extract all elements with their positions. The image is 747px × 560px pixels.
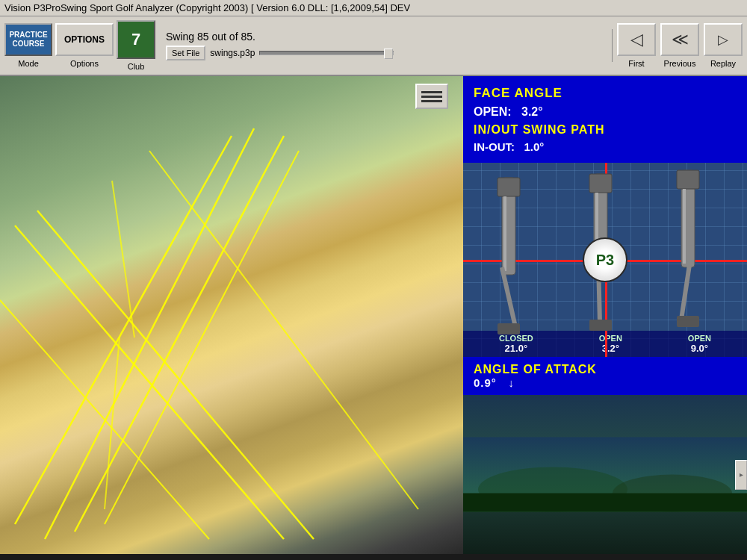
options-button-group: OPTIONS Options [55,23,114,68]
angle-attack-panel: ANGLE OF ATTACK 0.9° ↓ [463,357,747,395]
options-button[interactable]: OPTIONS [55,23,114,56]
first-button[interactable]: ◁ [617,23,656,56]
svg-rect-21 [677,170,699,189]
previous-button[interactable]: ≪ [660,23,699,56]
nav-buttons: ◁ First ≪ Previous ▷ Replay [612,23,743,68]
separator [612,29,613,62]
video-settings-icon[interactable] [415,84,448,109]
slider-area: Set File swings.p3p [166,46,394,60]
svg-rect-11 [498,178,520,196]
filename-label: swings.p3p [210,48,255,58]
first-label: First [628,59,644,68]
club-diagram-panel: P3 [463,163,747,357]
replay-button[interactable]: ▷ [704,23,743,56]
video-area [0,76,463,554]
bottom-image-strip: ▸ [463,395,747,554]
svg-line-23 [681,260,690,320]
first-button-group: ◁ First [617,23,656,68]
face-angle-value: OPEN: 3.2° [474,103,737,121]
previous-label: Previous [664,59,696,68]
options-button-label: OPTIONS [64,34,105,45]
in-out-value: 1.0° [524,140,545,153]
svg-rect-19 [589,320,612,331]
swing-slider[interactable] [259,51,394,55]
svg-rect-28 [463,494,747,512]
menu-line-3 [421,100,442,102]
angle-attack-value: 0.9° ↓ [474,376,737,389]
practice-course-label: PRACTICECOURSE [9,31,47,49]
in-out-label: IN-OUT: [474,140,515,153]
main-content: FACE ANGLE OPEN: 3.2° IN/OUT SWING PATH … [0,76,747,554]
club-button[interactable]: 7 [117,20,155,59]
svg-rect-14 [498,323,520,335]
club-number: 7 [131,30,140,49]
swing-counter: Swing 85 out of 85. [166,31,394,43]
set-file-button[interactable]: Set File [166,46,205,60]
practice-course-button[interactable]: PRACTICECOURSE [4,23,52,56]
right-panel: FACE ANGLE OPEN: 3.2° IN/OUT SWING PATH … [463,76,747,554]
swing-path-title: IN/OUT SWING PATH [474,121,737,139]
options-label: Options [70,59,99,68]
face-angle-title: FACE ANGLE [474,84,737,103]
menu-line-2 [421,96,442,98]
title-bar: Vision P3ProSwing Sport Golf Analyzer (C… [0,0,747,16]
golfer-silhouette [45,225,194,509]
title-text: Vision P3ProSwing Sport Golf Analyzer (C… [4,2,410,13]
angle-attack-direction: ↓ [508,376,515,389]
svg-rect-24 [677,316,699,327]
scroll-indicator[interactable]: ▸ [735,460,747,490]
face-angle-panel: FACE ANGLE OPEN: 3.2° IN/OUT SWING PATH … [463,76,747,163]
swing-path-value: IN-OUT: 1.0° [474,139,737,156]
mode-label: Mode [18,59,39,68]
replay-label: Replay [710,59,736,68]
svg-rect-12 [503,196,506,271]
club-button-group: 7 Club [117,20,155,71]
slider-thumb [384,49,393,59]
replay-button-group: ▷ Replay [704,23,743,68]
open-value: 3.2° [521,105,543,118]
menu-line-1 [421,91,442,93]
toolbar: PRACTICECOURSE Mode OPTIONS Options 7 Cl… [0,16,747,76]
p3-logo: P3 [583,237,627,282]
swing-info: Swing 85 out of 85. Set File swings.p3p [166,31,394,60]
svg-rect-22 [683,189,686,264]
svg-rect-16 [589,174,612,193]
mode-button-group: PRACTICECOURSE Mode [4,23,52,68]
open-label: OPEN: [474,105,512,118]
svg-line-13 [502,267,515,327]
bottom-strip-svg [463,395,747,554]
previous-button-group: ≪ Previous [660,23,699,68]
angle-attack-title: ANGLE OF ATTACK [474,363,737,376]
club-label: Club [128,62,145,71]
